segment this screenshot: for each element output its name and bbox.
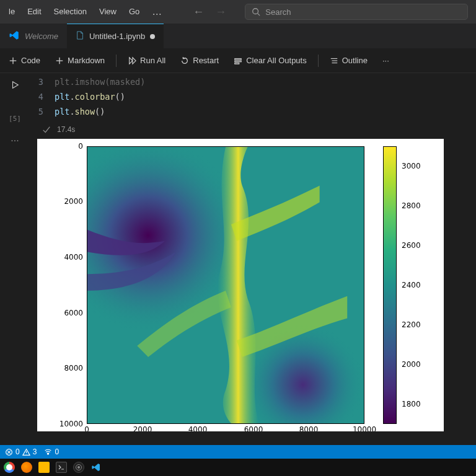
colorbar-tick: 2600 [402, 241, 421, 250]
menu-item-go[interactable]: Go [123, 3, 146, 20]
run-all-label: Run All [140, 56, 165, 65]
clear-icon [234, 56, 242, 65]
svg-rect-8 [235, 63, 239, 64]
colorbar-tick: 2400 [402, 281, 421, 289]
taskbar-app-terminal[interactable] [56, 462, 67, 473]
title-bar: le Edit Selection View Go … ← → Search [0, 0, 476, 24]
play-icon [11, 81, 19, 89]
run-all-icon [128, 56, 136, 65]
line-number: 5 [30, 104, 55, 119]
restart-button[interactable]: Restart [175, 53, 224, 68]
colorbar-tick: 3000 [402, 162, 421, 170]
os-taskbar [0, 459, 476, 476]
status-problems[interactable]: 0 3 [5, 447, 37, 456]
code-line[interactable]: 5plt.show() [30, 104, 476, 119]
ports-count: 0 [55, 447, 59, 456]
terminal-icon [58, 464, 64, 470]
search-box[interactable]: Search [245, 4, 468, 20]
separator [318, 55, 319, 67]
nav-forward-icon: → [215, 6, 226, 19]
cell-output-status: 17.4s [30, 123, 476, 139]
execution-time: 17.4s [57, 125, 75, 134]
warning-icon [22, 448, 30, 456]
add-code-button[interactable]: Code [4, 53, 45, 68]
main-menu: le Edit Selection View Go … [2, 3, 168, 20]
menu-item-edit[interactable]: Edit [21, 3, 47, 20]
run-all-button[interactable]: Run All [123, 53, 170, 68]
nav-arrows: ← → [193, 6, 226, 19]
colorbar-tick: 2800 [402, 201, 421, 210]
tab-welcome[interactable]: Welcome [0, 24, 67, 48]
outline-icon [330, 56, 338, 65]
colorbar-tick: 2200 [402, 320, 421, 329]
cell-gutter: [5] ··· [0, 73, 30, 445]
menu-item-selection[interactable]: Selection [48, 3, 93, 20]
menu-more[interactable]: … [146, 3, 168, 20]
colorbar-tick: 2000 [402, 360, 421, 369]
taskbar-app-firefox[interactable] [21, 462, 32, 473]
add-code-label: Code [21, 56, 40, 65]
plus-icon [55, 56, 64, 65]
broadcast-icon [44, 448, 52, 456]
svg-line-1 [258, 14, 260, 16]
cell-content: 3plt.imshow(masked)4plt.colorbar()5plt.s… [30, 73, 476, 445]
code-line[interactable]: 3plt.imshow(masked) [30, 74, 476, 89]
check-icon [42, 125, 51, 134]
svg-point-20 [48, 452, 49, 454]
line-number: 4 [30, 89, 55, 104]
execution-count: [5] [9, 115, 21, 123]
taskbar-app-files[interactable] [38, 462, 50, 473]
outline-label: Outline [342, 56, 368, 65]
svg-rect-6 [235, 58, 242, 60]
y-tick: 6000 [64, 309, 83, 317]
code-text[interactable]: plt.imshow(masked) [55, 74, 145, 89]
clear-outputs-button[interactable]: Clear All Outputs [229, 53, 312, 68]
add-markdown-button[interactable]: Markdown [50, 53, 110, 68]
search-icon [252, 7, 260, 16]
menu-item-file[interactable]: le [2, 3, 21, 20]
vscode-icon [9, 30, 20, 43]
clear-outputs-label: Clear All Outputs [246, 56, 307, 65]
taskbar-app-obs[interactable] [73, 462, 84, 473]
plus-icon [9, 56, 17, 65]
plot-output: 0 2000 4000 6000 8000 10000 0 2000 4000 … [37, 139, 444, 431]
tab-label: Untitled-1.ipynb [89, 32, 145, 41]
svg-point-22 [77, 466, 80, 469]
outline-button[interactable]: Outline [325, 53, 372, 68]
taskbar-app-chrome[interactable] [4, 462, 15, 473]
separator [116, 55, 117, 67]
svg-rect-7 [235, 61, 242, 62]
cell-more-button[interactable]: ··· [11, 135, 19, 146]
taskbar-app-vscode[interactable] [90, 462, 102, 473]
status-ports[interactable]: 0 [44, 447, 59, 456]
y-tick: 4000 [64, 253, 83, 262]
line-number: 3 [30, 74, 55, 89]
status-bar: 0 3 0 [0, 445, 476, 459]
error-icon [5, 448, 13, 456]
notebook-icon [76, 31, 84, 42]
tab-untitled-notebook[interactable]: Untitled-1.ipynb [67, 24, 164, 48]
error-count: 0 [15, 447, 20, 456]
restart-icon [180, 56, 189, 65]
add-markdown-label: Markdown [68, 56, 105, 65]
notebook-toolbar: Code Markdown Run All Restart Clear All … [0, 48, 476, 73]
dirty-indicator-icon [150, 34, 155, 39]
x-tick: 0 [84, 425, 89, 431]
colorbar-tick: 1800 [402, 400, 421, 408]
y-tick: 0 [78, 142, 83, 151]
menu-item-view[interactable]: View [93, 3, 123, 20]
code-editor[interactable]: 3plt.imshow(masked)4plt.colorbar()5plt.s… [30, 73, 476, 123]
editor-tabs: Welcome Untitled-1.ipynb [0, 24, 476, 48]
nav-back-icon[interactable]: ← [193, 6, 204, 19]
warning-count: 3 [33, 447, 37, 456]
colorbar [383, 146, 397, 424]
tab-label: Welcome [25, 32, 58, 41]
obs-icon [75, 464, 82, 471]
code-text[interactable]: plt.colorbar() [55, 89, 125, 104]
code-text[interactable]: plt.show() [55, 104, 105, 119]
vscode-icon [91, 462, 101, 472]
y-tick: 2000 [64, 197, 83, 206]
toolbar-more-button[interactable]: ··· [377, 53, 394, 68]
code-line[interactable]: 4plt.colorbar() [30, 89, 476, 104]
run-cell-button[interactable] [11, 81, 19, 91]
